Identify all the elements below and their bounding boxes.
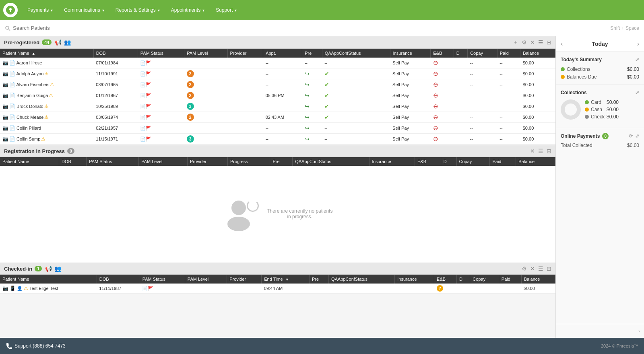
col-balance-reg[interactable]: Balance xyxy=(516,157,555,166)
expand-icon-ci[interactable]: ⊟ xyxy=(547,265,551,272)
col-appt[interactable]: Appt. xyxy=(263,49,302,58)
col-pre-ci[interactable]: Pre xyxy=(310,275,329,284)
col-pam-status-reg[interactable]: PAM Status xyxy=(87,157,139,166)
col-eb-ci[interactable]: E&B xyxy=(434,275,457,284)
svg-point-0 xyxy=(9,8,12,10)
list-icon-reg[interactable]: ☰ xyxy=(538,148,543,154)
col-pam-level[interactable]: PAM Level xyxy=(184,49,227,58)
col-qa[interactable]: QAAppConfStatus xyxy=(322,49,390,58)
nav-prev-arrow[interactable]: ‹ xyxy=(561,40,563,48)
list-icon[interactable]: ☰ xyxy=(538,39,543,46)
collections-section: Collections ⤢ Card $0.00 Cash $0. xyxy=(556,85,644,128)
registration-in-progress-section: Registration in Progress 0 ✕ ☰ ⊟ Patient… xyxy=(0,145,555,262)
col-pam-level-reg[interactable]: PAM Level xyxy=(139,157,188,166)
col-pre[interactable]: Pre xyxy=(302,49,322,58)
col-eb-reg[interactable]: E&B xyxy=(415,157,441,166)
preregistered-table: Patient Name ▲ DOB PAM Status PAM Level … xyxy=(0,49,555,145)
cell-dob: 10/25/1989 xyxy=(93,101,138,112)
col-paid[interactable]: Paid xyxy=(497,49,520,58)
right-panel-expand-arrow[interactable]: › xyxy=(556,324,644,338)
col-pam-level-ci[interactable]: PAM Level xyxy=(185,275,227,284)
col-provider[interactable]: Provider xyxy=(227,49,263,58)
col-d-reg[interactable]: D xyxy=(441,157,456,166)
col-dob[interactable]: DOB xyxy=(93,49,138,58)
col-copay[interactable]: Copay xyxy=(468,49,497,58)
close-icon-reg[interactable]: ✕ xyxy=(530,148,535,154)
nav-appointments[interactable]: Appointments ▾ xyxy=(165,0,210,20)
nav-payments[interactable]: Payments ▾ xyxy=(22,0,58,20)
list-icon-ci[interactable]: ☰ xyxy=(538,265,543,272)
nav-support[interactable]: Support ▾ xyxy=(210,0,242,20)
col-balance[interactable]: Balance xyxy=(520,49,555,58)
close-icon-ci[interactable]: ✕ xyxy=(530,265,535,272)
col-progress-reg[interactable]: Progress xyxy=(227,157,270,166)
cell-appt: -- xyxy=(263,68,302,79)
col-copay-reg[interactable]: Copay xyxy=(456,157,490,166)
cell-copay: -- xyxy=(468,134,497,145)
cell-copay: -- xyxy=(468,58,497,68)
col-qa-ci[interactable]: QAAppConfStatus xyxy=(329,275,395,284)
table-row[interactable]: 📷📄 Benjamin Guiga⚠ 01/12/1967 📄🚩 2 05:36… xyxy=(0,90,555,101)
expand-icon-reg[interactable]: ⊟ xyxy=(547,148,551,154)
col-dob-reg[interactable]: DOB xyxy=(59,157,86,166)
expand-icon[interactable]: ⊟ xyxy=(547,39,551,46)
table-row[interactable]: 📷📄 Chuck Mease⚠ 03/05/1974 📄🚩 2 02:43 AM… xyxy=(0,112,555,123)
col-insurance[interactable]: Insurance xyxy=(390,49,431,58)
table-row[interactable]: 📷📄 Aaron Hirose 07/01/1984 📄🚩 -- -- -- S… xyxy=(0,58,555,68)
expand-icon-collections[interactable]: ⤢ xyxy=(635,90,639,95)
cell-copay: -- xyxy=(468,90,497,101)
preregistered-badge: 44 xyxy=(42,39,52,45)
col-pam-status[interactable]: PAM Status xyxy=(138,49,184,58)
app-logo[interactable] xyxy=(3,3,18,17)
col-insurance-ci[interactable]: Insurance xyxy=(395,275,434,284)
cell-dob: 07/01/1984 xyxy=(93,58,138,68)
col-provider-ci[interactable]: Provider xyxy=(227,275,262,284)
balances-due-dot xyxy=(561,75,565,79)
col-balance-ci[interactable]: Balance xyxy=(521,275,555,284)
nav-communications[interactable]: Communications ▾ xyxy=(58,0,109,20)
table-row[interactable]: 📷📄 Collin Pillard 02/21/1957 📄🚩 -- ↪ -- … xyxy=(0,123,555,134)
col-pre-reg[interactable]: Pre xyxy=(270,157,293,166)
col-qa-reg[interactable]: QAAppConfStatus xyxy=(293,157,369,166)
table-row[interactable]: 📷 📱 👤 ⚠ Test Elige-Test 11/11/1987 📄🚩 09… xyxy=(0,284,555,294)
refresh-icon[interactable]: ⟳ xyxy=(629,133,633,139)
col-eb[interactable]: E&B xyxy=(431,49,454,58)
col-patient-name[interactable]: Patient Name ▲ xyxy=(0,49,93,58)
settings-people-icon-ci[interactable]: 👥 xyxy=(54,265,61,272)
cell-qa: ✔ xyxy=(322,112,390,123)
col-patient-name-reg[interactable]: Patient Name xyxy=(0,157,59,166)
broadcast-icon[interactable]: 📢 xyxy=(55,39,62,46)
left-panel: Pre-registered 44 📢 👥 ＋ ⚙ ✕ ☰ ⊟ Patien xyxy=(0,36,555,338)
col-pam-status-ci[interactable]: PAM Status xyxy=(140,275,185,284)
search-input[interactable] xyxy=(13,25,610,31)
nav-reports-settings[interactable]: Reports & Settings ▾ xyxy=(110,0,165,20)
col-dob-ci[interactable]: DOB xyxy=(97,275,140,284)
col-patient-name-ci[interactable]: Patient Name xyxy=(0,275,97,284)
close-icon[interactable]: ✕ xyxy=(530,39,535,46)
cell-appt: -- xyxy=(263,58,302,68)
add-button[interactable]: ＋ xyxy=(513,39,518,46)
table-row[interactable]: 📷📄 Adolph Auyon⚠ 11/10/1991 📄🚩 2 -- ↪ ✔ … xyxy=(0,68,555,79)
broadcast-icon-ci[interactable]: 📢 xyxy=(45,265,52,272)
settings-people-icon[interactable]: 👥 xyxy=(64,39,71,46)
table-row[interactable]: 📷📄 Brock Donato⚠ 10/25/1989 📄🚩 3 -- ↪ ✔ … xyxy=(0,101,555,112)
cell-insurance: Self Pay xyxy=(390,79,431,90)
col-end-time-ci[interactable]: End Time ▼ xyxy=(262,275,310,284)
table-row[interactable]: 📷📄 Alvaro Eisenbeis⚠ 03/07/1965 📄🚩 2 -- … xyxy=(0,79,555,90)
col-d[interactable]: D xyxy=(454,49,467,58)
col-d-ci[interactable]: D xyxy=(456,275,470,284)
nav-next-arrow[interactable]: › xyxy=(637,40,639,48)
col-copay-ci[interactable]: Copay xyxy=(470,275,499,284)
cell-balance: $0.00 xyxy=(520,134,555,145)
gear-icon[interactable]: ⚙ xyxy=(522,39,527,46)
gear-icon-ci[interactable]: ⚙ xyxy=(522,265,527,272)
cell-eb: ⊖ xyxy=(431,112,454,123)
col-insurance-reg[interactable]: Insurance xyxy=(369,157,415,166)
table-row[interactable]: 📷📄 Collin Sump⚠ 11/15/1971 📄🚩 3 -- ↪ -- … xyxy=(0,134,555,145)
expand-icon-summary[interactable]: ⤢ xyxy=(635,57,639,62)
summary-rows: Collections $0.00 Balances Due $0.00 xyxy=(561,66,639,80)
col-paid-reg[interactable]: Paid xyxy=(490,157,516,166)
col-paid-ci[interactable]: Paid xyxy=(499,275,521,284)
expand-icon-online[interactable]: ⤢ xyxy=(635,133,639,139)
col-provider-reg[interactable]: Provider xyxy=(188,157,228,166)
